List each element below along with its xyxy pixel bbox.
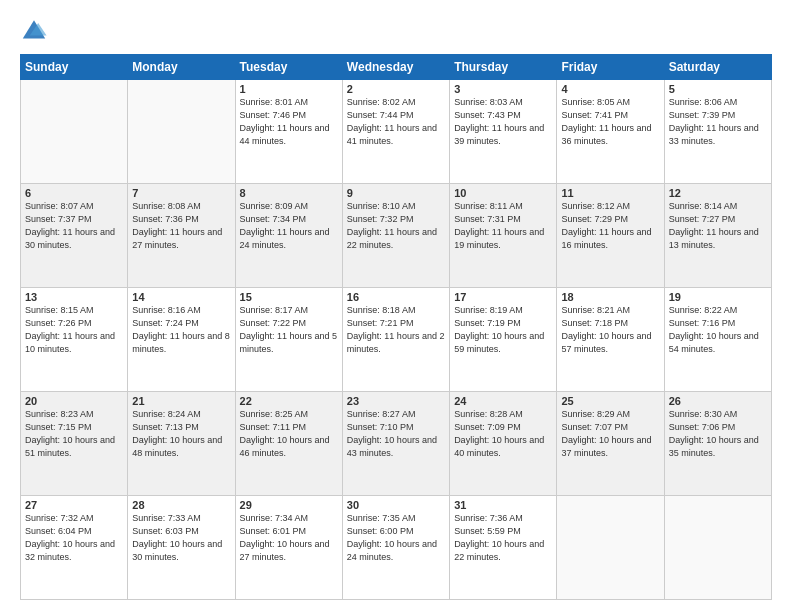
- calendar-cell: 10Sunrise: 8:11 AMSunset: 7:31 PMDayligh…: [450, 184, 557, 288]
- calendar-cell: 26Sunrise: 8:30 AMSunset: 7:06 PMDayligh…: [664, 392, 771, 496]
- day-info: Sunrise: 7:36 AMSunset: 5:59 PMDaylight:…: [454, 512, 552, 564]
- day-number: 12: [669, 187, 767, 199]
- day-number: 11: [561, 187, 659, 199]
- calendar-cell: 9Sunrise: 8:10 AMSunset: 7:32 PMDaylight…: [342, 184, 449, 288]
- calendar-cell: 7Sunrise: 8:08 AMSunset: 7:36 PMDaylight…: [128, 184, 235, 288]
- calendar-cell: 29Sunrise: 7:34 AMSunset: 6:01 PMDayligh…: [235, 496, 342, 600]
- calendar-week-row: 1Sunrise: 8:01 AMSunset: 7:46 PMDaylight…: [21, 80, 772, 184]
- calendar-cell: 3Sunrise: 8:03 AMSunset: 7:43 PMDaylight…: [450, 80, 557, 184]
- day-number: 4: [561, 83, 659, 95]
- day-info: Sunrise: 8:12 AMSunset: 7:29 PMDaylight:…: [561, 200, 659, 252]
- day-number: 5: [669, 83, 767, 95]
- day-info: Sunrise: 7:32 AMSunset: 6:04 PMDaylight:…: [25, 512, 123, 564]
- day-number: 25: [561, 395, 659, 407]
- day-number: 29: [240, 499, 338, 511]
- calendar-cell: 23Sunrise: 8:27 AMSunset: 7:10 PMDayligh…: [342, 392, 449, 496]
- calendar-cell: 31Sunrise: 7:36 AMSunset: 5:59 PMDayligh…: [450, 496, 557, 600]
- calendar-cell: 20Sunrise: 8:23 AMSunset: 7:15 PMDayligh…: [21, 392, 128, 496]
- day-number: 20: [25, 395, 123, 407]
- day-number: 6: [25, 187, 123, 199]
- day-number: 13: [25, 291, 123, 303]
- calendar-cell: 25Sunrise: 8:29 AMSunset: 7:07 PMDayligh…: [557, 392, 664, 496]
- calendar-cell: 2Sunrise: 8:02 AMSunset: 7:44 PMDaylight…: [342, 80, 449, 184]
- day-number: 3: [454, 83, 552, 95]
- logo-icon: [20, 16, 48, 44]
- calendar-cell: 11Sunrise: 8:12 AMSunset: 7:29 PMDayligh…: [557, 184, 664, 288]
- page: SundayMondayTuesdayWednesdayThursdayFrid…: [0, 0, 792, 612]
- calendar-cell: 1Sunrise: 8:01 AMSunset: 7:46 PMDaylight…: [235, 80, 342, 184]
- day-info: Sunrise: 8:03 AMSunset: 7:43 PMDaylight:…: [454, 96, 552, 148]
- calendar-cell: 5Sunrise: 8:06 AMSunset: 7:39 PMDaylight…: [664, 80, 771, 184]
- calendar-table: SundayMondayTuesdayWednesdayThursdayFrid…: [20, 54, 772, 600]
- day-info: Sunrise: 8:07 AMSunset: 7:37 PMDaylight:…: [25, 200, 123, 252]
- day-info: Sunrise: 7:34 AMSunset: 6:01 PMDaylight:…: [240, 512, 338, 564]
- day-info: Sunrise: 7:35 AMSunset: 6:00 PMDaylight:…: [347, 512, 445, 564]
- calendar-day-header: Sunday: [21, 55, 128, 80]
- day-info: Sunrise: 8:02 AMSunset: 7:44 PMDaylight:…: [347, 96, 445, 148]
- day-info: Sunrise: 8:28 AMSunset: 7:09 PMDaylight:…: [454, 408, 552, 460]
- calendar-cell: 6Sunrise: 8:07 AMSunset: 7:37 PMDaylight…: [21, 184, 128, 288]
- day-info: Sunrise: 8:17 AMSunset: 7:22 PMDaylight:…: [240, 304, 338, 356]
- calendar-day-header: Wednesday: [342, 55, 449, 80]
- day-info: Sunrise: 8:16 AMSunset: 7:24 PMDaylight:…: [132, 304, 230, 356]
- calendar-cell: 8Sunrise: 8:09 AMSunset: 7:34 PMDaylight…: [235, 184, 342, 288]
- day-number: 7: [132, 187, 230, 199]
- day-number: 31: [454, 499, 552, 511]
- day-number: 19: [669, 291, 767, 303]
- day-number: 1: [240, 83, 338, 95]
- calendar-week-row: 6Sunrise: 8:07 AMSunset: 7:37 PMDaylight…: [21, 184, 772, 288]
- day-info: Sunrise: 8:10 AMSunset: 7:32 PMDaylight:…: [347, 200, 445, 252]
- logo: [20, 16, 50, 44]
- day-number: 9: [347, 187, 445, 199]
- day-info: Sunrise: 8:01 AMSunset: 7:46 PMDaylight:…: [240, 96, 338, 148]
- calendar-day-header: Saturday: [664, 55, 771, 80]
- calendar-day-header: Tuesday: [235, 55, 342, 80]
- calendar-cell: 28Sunrise: 7:33 AMSunset: 6:03 PMDayligh…: [128, 496, 235, 600]
- day-info: Sunrise: 8:08 AMSunset: 7:36 PMDaylight:…: [132, 200, 230, 252]
- calendar-week-row: 20Sunrise: 8:23 AMSunset: 7:15 PMDayligh…: [21, 392, 772, 496]
- day-number: 21: [132, 395, 230, 407]
- day-info: Sunrise: 8:06 AMSunset: 7:39 PMDaylight:…: [669, 96, 767, 148]
- calendar-cell: 30Sunrise: 7:35 AMSunset: 6:00 PMDayligh…: [342, 496, 449, 600]
- day-number: 2: [347, 83, 445, 95]
- day-number: 10: [454, 187, 552, 199]
- calendar-cell: [557, 496, 664, 600]
- day-number: 24: [454, 395, 552, 407]
- day-number: 15: [240, 291, 338, 303]
- calendar-cell: 4Sunrise: 8:05 AMSunset: 7:41 PMDaylight…: [557, 80, 664, 184]
- day-number: 8: [240, 187, 338, 199]
- calendar-day-header: Thursday: [450, 55, 557, 80]
- calendar-day-header: Monday: [128, 55, 235, 80]
- day-info: Sunrise: 8:30 AMSunset: 7:06 PMDaylight:…: [669, 408, 767, 460]
- day-info: Sunrise: 8:18 AMSunset: 7:21 PMDaylight:…: [347, 304, 445, 356]
- day-number: 16: [347, 291, 445, 303]
- day-number: 17: [454, 291, 552, 303]
- day-number: 26: [669, 395, 767, 407]
- day-info: Sunrise: 8:21 AMSunset: 7:18 PMDaylight:…: [561, 304, 659, 356]
- calendar-cell: 16Sunrise: 8:18 AMSunset: 7:21 PMDayligh…: [342, 288, 449, 392]
- day-info: Sunrise: 8:09 AMSunset: 7:34 PMDaylight:…: [240, 200, 338, 252]
- calendar-cell: [21, 80, 128, 184]
- day-number: 27: [25, 499, 123, 511]
- calendar-cell: 14Sunrise: 8:16 AMSunset: 7:24 PMDayligh…: [128, 288, 235, 392]
- day-info: Sunrise: 8:22 AMSunset: 7:16 PMDaylight:…: [669, 304, 767, 356]
- day-info: Sunrise: 7:33 AMSunset: 6:03 PMDaylight:…: [132, 512, 230, 564]
- day-info: Sunrise: 8:11 AMSunset: 7:31 PMDaylight:…: [454, 200, 552, 252]
- calendar-cell: 17Sunrise: 8:19 AMSunset: 7:19 PMDayligh…: [450, 288, 557, 392]
- calendar-cell: 21Sunrise: 8:24 AMSunset: 7:13 PMDayligh…: [128, 392, 235, 496]
- calendar-cell: 12Sunrise: 8:14 AMSunset: 7:27 PMDayligh…: [664, 184, 771, 288]
- calendar-cell: 13Sunrise: 8:15 AMSunset: 7:26 PMDayligh…: [21, 288, 128, 392]
- calendar-cell: 19Sunrise: 8:22 AMSunset: 7:16 PMDayligh…: [664, 288, 771, 392]
- calendar-week-row: 27Sunrise: 7:32 AMSunset: 6:04 PMDayligh…: [21, 496, 772, 600]
- day-number: 30: [347, 499, 445, 511]
- calendar-cell: [664, 496, 771, 600]
- day-number: 18: [561, 291, 659, 303]
- calendar-day-header: Friday: [557, 55, 664, 80]
- day-number: 14: [132, 291, 230, 303]
- day-info: Sunrise: 8:25 AMSunset: 7:11 PMDaylight:…: [240, 408, 338, 460]
- calendar-cell: 22Sunrise: 8:25 AMSunset: 7:11 PMDayligh…: [235, 392, 342, 496]
- calendar-cell: 15Sunrise: 8:17 AMSunset: 7:22 PMDayligh…: [235, 288, 342, 392]
- calendar-header-row: SundayMondayTuesdayWednesdayThursdayFrid…: [21, 55, 772, 80]
- day-info: Sunrise: 8:19 AMSunset: 7:19 PMDaylight:…: [454, 304, 552, 356]
- day-number: 22: [240, 395, 338, 407]
